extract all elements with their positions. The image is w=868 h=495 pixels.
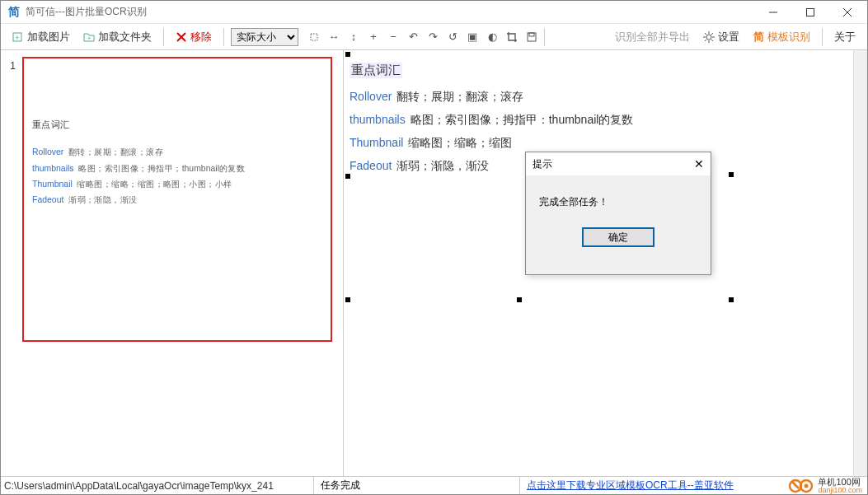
recognize-export-label: 识别全部并导出	[615, 30, 690, 44]
settings-label: 设置	[718, 30, 739, 44]
sel-handle[interactable]	[729, 297, 734, 302]
svg-point-12	[706, 35, 711, 40]
load-image-label: 加载图片	[27, 30, 70, 44]
ocr-line[interactable]: thumbnails略图；索引图像；拇指甲：thumbnail的复数	[350, 113, 847, 128]
thumb-row: Thumbnail缩略图；缩略；缩图；略图；小图；小样	[32, 176, 307, 193]
rotate-right-icon[interactable]: ↷	[427, 31, 439, 43]
status-path: C:\Users\admin\AppData\Local\gayaOcr\ima…	[1, 477, 314, 494]
load-image-button[interactable]: + 加载图片	[7, 27, 75, 47]
arrow-horizontal-icon[interactable]: ↔	[328, 31, 340, 43]
sel-handle[interactable]	[345, 297, 350, 302]
thumb-row: thumbnails略图；索引图像；拇指甲；thumbnail的复数	[32, 160, 307, 176]
svg-point-23	[805, 483, 809, 488]
separator	[223, 28, 224, 46]
remove-button[interactable]: 移除	[171, 27, 217, 47]
load-folder-button[interactable]: + 加载文件夹	[78, 27, 157, 47]
ocr-line[interactable]: Rollover翻转；展期；翻滚；滚存	[350, 90, 847, 105]
titlebar: 简 简可信---图片批量OCR识别	[1, 1, 867, 24]
save-icon[interactable]	[526, 31, 537, 43]
logo-text1: 单机100网	[818, 478, 862, 487]
app-icon: 简	[7, 6, 21, 19]
thumbnail-item[interactable]: 重点词汇 Rollover翻转；展期；翻滚；滚存 thumbnails略图；索引…	[22, 57, 332, 342]
close-button[interactable]	[828, 1, 866, 23]
thumb-index: 1	[10, 60, 16, 72]
dialog-ok-button[interactable]: 确定	[582, 227, 655, 247]
ocr-heading: 重点词汇	[350, 63, 402, 78]
zoom-select[interactable]: 实际大小	[231, 28, 298, 46]
recognize-export-button[interactable]: 识别全部并导出	[610, 27, 695, 47]
remove-icon	[176, 31, 187, 43]
svg-rect-11	[529, 33, 534, 36]
dialog-message: 完成全部任务！	[539, 195, 697, 209]
thumbnail-list: 1 重点词汇 Rollover翻转；展期；翻滚；滚存 thumbnails略图；…	[1, 50, 344, 476]
image-add-icon: +	[12, 31, 24, 43]
settings-button[interactable]: 设置	[698, 27, 744, 47]
template-icon: 简	[753, 31, 764, 43]
logo-text2: danji100.com	[818, 487, 862, 494]
rotate-left-icon[interactable]: ↶	[407, 31, 419, 43]
separator	[163, 28, 164, 46]
load-folder-label: 加载文件夹	[98, 30, 152, 44]
fit-width-icon[interactable]	[308, 31, 320, 43]
dialog-title: 提示	[533, 157, 552, 171]
status-state: 任务完成	[314, 477, 520, 494]
crop-icon[interactable]	[506, 31, 518, 43]
window-title: 简可信---图片批量OCR识别	[26, 5, 754, 19]
vertical-scrollbar[interactable]	[853, 50, 867, 476]
template-label: 模板识别	[767, 30, 810, 44]
statusbar: C:\Users\admin\AppData\Local\gayaOcr\ima…	[1, 476, 867, 494]
about-button[interactable]: 关于	[829, 27, 861, 47]
maximize-button[interactable]	[791, 1, 828, 23]
minus-icon[interactable]: −	[387, 31, 399, 43]
toolbar: + 加载图片 + 加载文件夹 移除 实际大小 ↔ ↕ + − ↶ ↷ ↺ ▣ ◐	[1, 24, 867, 50]
thumb-row: Rollover翻转；展期；翻滚；滚存	[32, 143, 307, 160]
about-label: 关于	[834, 30, 856, 44]
contrast-icon[interactable]: ◐	[486, 31, 498, 43]
template-button[interactable]: 简 模板识别	[748, 27, 815, 47]
folder-add-icon: +	[83, 31, 95, 43]
gear-icon	[703, 31, 715, 43]
svg-line-19	[711, 33, 713, 35]
svg-text:+: +	[87, 35, 91, 42]
svg-rect-9	[311, 34, 317, 40]
arrow-updown-icon[interactable]: ↕	[348, 31, 359, 43]
minimize-button[interactable]	[754, 1, 791, 23]
thumb-row: Fadeout渐弱；渐隐，渐没	[32, 193, 307, 209]
undo-icon[interactable]: ↺	[447, 31, 458, 43]
svg-line-24	[792, 482, 799, 488]
message-dialog: 提示 ✕ 完成全部任务！ 确定	[525, 152, 711, 275]
remove-label: 移除	[190, 30, 212, 44]
sel-handle[interactable]	[345, 52, 350, 57]
sel-handle[interactable]	[345, 174, 350, 179]
sel-handle[interactable]	[517, 297, 522, 302]
separator	[544, 28, 545, 46]
svg-line-18	[711, 40, 713, 41]
svg-rect-1	[806, 8, 814, 16]
reset-icon[interactable]: ▣	[467, 31, 478, 43]
svg-line-17	[705, 33, 706, 35]
site-logo[interactable]: 单机100网 danji100.com	[783, 478, 867, 494]
status-download-link[interactable]: 点击这里下载专业区域模板OCR工具--盖亚软件	[520, 479, 783, 493]
thumb-heading: 重点词汇	[32, 116, 307, 134]
svg-text:+: +	[15, 34, 19, 42]
plus-icon[interactable]: +	[368, 31, 379, 43]
separator	[822, 28, 823, 46]
dialog-close-icon[interactable]: ✕	[694, 157, 704, 170]
sel-handle[interactable]	[729, 172, 734, 177]
ocr-line[interactable]: Thumbnail缩略图；缩略；缩图	[350, 136, 847, 151]
svg-line-20	[705, 40, 706, 41]
logo-icon	[788, 478, 814, 494]
